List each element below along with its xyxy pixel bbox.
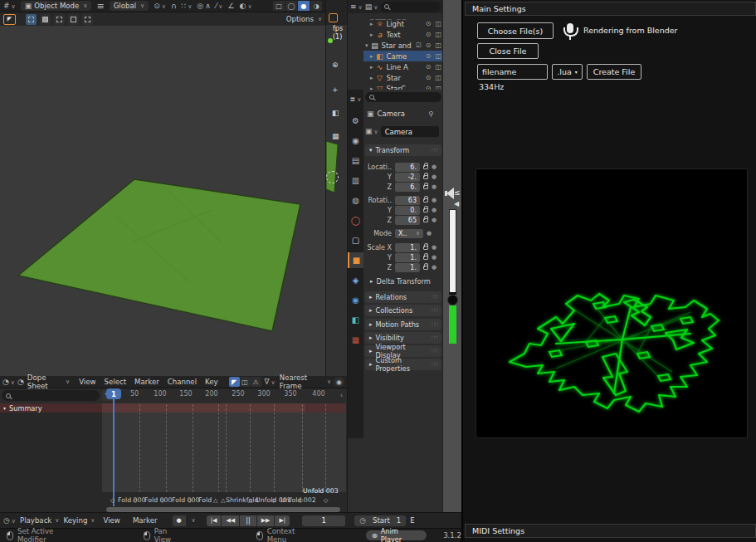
nav-camera-icon[interactable]: ◧ — [332, 110, 339, 117]
pin-icon[interactable]: ⚲ — [428, 110, 433, 118]
outliner-row-light[interactable]: ▸☼Light⊙◫ — [363, 18, 443, 29]
object-name-field[interactable]: Camera — [381, 126, 439, 137]
errors-toggle[interactable]: ⚠ — [251, 377, 261, 387]
menu-view[interactable]: View — [99, 516, 124, 525]
playhead-line[interactable] — [113, 399, 115, 506]
tab-render-icon[interactable]: ◉ — [348, 133, 363, 149]
nav-zoom-icon[interactable]: ⊕ — [332, 61, 339, 69]
menu-key[interactable]: Key — [201, 378, 222, 386]
close-file-button[interactable]: Close File — [477, 43, 539, 59]
visibility-panel[interactable]: ▸Visibility∷∷ — [365, 332, 441, 344]
camera-visibility-icon[interactable]: ◫ — [435, 52, 441, 60]
camera-data-icon[interactable]: ▣∨ — [365, 128, 378, 135]
marker-diamond[interactable]: ◇ — [160, 497, 164, 504]
proportional-toggle[interactable]: ◉ — [334, 377, 344, 387]
marker-label[interactable]: Fold 000 — [144, 496, 172, 504]
rotation-x-field[interactable]: 63 — [395, 196, 420, 205]
animate-dot-icon[interactable]: ● — [432, 244, 437, 251]
choose-files-button[interactable]: Choose File(s) — [477, 22, 554, 39]
tab-tool-icon[interactable]: ⚙ — [348, 113, 363, 129]
jump-to-end-button[interactable]: ▶| — [275, 515, 290, 526]
channel-search-input[interactable] — [2, 390, 100, 401]
animate-dot-icon[interactable]: ● — [432, 183, 437, 190]
hide-channels-toggle[interactable]: ◫ — [240, 377, 251, 387]
tab-physics-icon[interactable]: ◉ — [348, 292, 363, 308]
camera-visibility-icon[interactable]: ◫ — [435, 42, 441, 49]
tab-scene-icon[interactable]: ◍ — [348, 193, 363, 208]
filename-input[interactable]: filename — [477, 64, 548, 80]
marker-label[interactable]: Fold — [198, 496, 212, 504]
outliner-row-linea[interactable]: ▸∿Line A⊙◫ — [363, 61, 443, 72]
tab-collection-icon[interactable]: ▢ — [348, 232, 363, 248]
tab-world-icon[interactable]: ◯ — [348, 212, 363, 228]
collections-panel[interactable]: ▸Collections∷∷ — [365, 305, 441, 316]
animate-dot-icon[interactable]: ● — [432, 207, 437, 213]
prev-keyframe-button[interactable]: ◀◀ — [222, 515, 239, 526]
shading-solid-button[interactable]: ● — [298, 1, 310, 11]
delta-transform-panel[interactable]: ▸Delta Transform — [370, 277, 431, 286]
collapse-left-icon[interactable]: ◀ — [454, 200, 459, 208]
viewport-3d[interactable] — [0, 26, 325, 376]
menu-marker[interactable]: Marker — [130, 378, 163, 386]
auto-keying-record-button[interactable]: ● — [173, 515, 186, 526]
editor-type-view3d-icon[interactable]: #∨ — [3, 2, 16, 10]
volume-slider-track[interactable] — [449, 209, 456, 294]
marker-diamond[interactable]: ◇ — [324, 497, 328, 504]
pause-button[interactable]: || — [240, 515, 256, 526]
marker-label[interactable]: Fold 000 — [172, 496, 199, 504]
menu-channel[interactable]: Channel — [163, 378, 201, 386]
shading-solid-off-button[interactable]: ◯ — [285, 1, 297, 11]
tab-object-icon-selected[interactable]: ■ — [348, 252, 363, 268]
menu-select[interactable]: Select — [100, 378, 131, 386]
marker-diamond[interactable]: ◇ — [299, 497, 303, 504]
frame-end-field-clipped[interactable]: E — [410, 516, 414, 525]
properties-search-input[interactable] — [365, 92, 441, 102]
nav-move-icon[interactable]: + — [332, 86, 339, 94]
marker-diamond[interactable]: ◇ — [133, 497, 137, 504]
next-keyframe-button[interactable]: ▶▶ — [257, 515, 275, 526]
outliner-row-star[interactable]: ▸▽Star⊙◫ — [363, 72, 443, 83]
current-frame-badge[interactable]: 1 — [106, 388, 121, 399]
measure-icon[interactable]: ∠ — [227, 2, 234, 10]
dope-mode-dropdown[interactable]: Dope Sheet∨ — [27, 374, 70, 390]
select-box-intersect[interactable] — [82, 14, 93, 25]
jump-to-start-button[interactable]: |◀ — [207, 515, 222, 526]
secondary-viewport-strip[interactable]: fps (1) ⊕ + ◧ ▦ — [325, 0, 347, 376]
dope-channel-area[interactable]: ▾Summary — [0, 403, 347, 492]
strip-tool-icon[interactable] — [329, 13, 338, 22]
ruler-collapse-icon[interactable]: ‹ — [340, 392, 343, 399]
scale-y-field[interactable]: 1. — [395, 253, 420, 262]
marker-diamond[interactable]: ◇ — [271, 497, 276, 504]
current-frame-field[interactable]: 1 — [302, 515, 345, 526]
checkbox-icon[interactable]: ☑ — [416, 42, 422, 49]
marker-label[interactable]: Fold 000 — [118, 496, 145, 504]
close-icon[interactable]: ⊗ — [372, 531, 378, 540]
outliner-row-text[interactable]: ▸aText⊙◫ — [363, 29, 443, 40]
tab-viewlayer-icon[interactable]: ▥ — [348, 173, 363, 188]
editor-type-timeline-icon[interactable]: ◷∨ — [3, 517, 16, 525]
lock-icon[interactable] — [423, 198, 428, 203]
marker-label-unfold003[interactable]: Unfold 003 — [303, 487, 339, 495]
snap-magnet-icon[interactable]: ∩ — [171, 2, 177, 10]
tab-object-data-icon[interactable]: ◧ — [348, 312, 363, 328]
location-y-field[interactable]: -2. — [395, 173, 420, 182]
tab-modifiers-icon[interactable]: ◈ — [348, 272, 363, 288]
mode-dropdown[interactable]: ▣Object Mode∨ — [21, 1, 92, 11]
snap-target-dropdown[interactable]: ∷∨ — [181, 2, 192, 10]
tab-texture-icon[interactable]: ▦ — [348, 332, 363, 348]
animate-dot-icon[interactable]: ● — [432, 197, 437, 203]
extension-dropdown[interactable]: .lua▾ — [552, 64, 583, 80]
keying-menu[interactable]: Keying∨ — [63, 516, 95, 525]
animate-dot-icon[interactable]: ● — [432, 217, 437, 223]
annotate-dropdown[interactable]: ⁄∨ — [216, 2, 223, 10]
rotation-y-field[interactable]: 0. — [395, 206, 420, 215]
select-box-tool[interactable] — [26, 14, 37, 25]
anim-player-badge[interactable]: ⊗Anim Player — [366, 530, 427, 540]
pivot-dropdown[interactable]: ⊙∨ — [154, 2, 166, 10]
shading-material-button[interactable]: ◑ — [310, 1, 322, 11]
scale-x-field[interactable]: 1. — [395, 243, 420, 252]
location-z-field[interactable]: 6. — [395, 183, 420, 192]
select-box-new[interactable] — [40, 14, 51, 25]
scale-z-field[interactable]: 1. — [395, 263, 420, 272]
camera-visibility-icon[interactable]: ◫ — [435, 20, 441, 27]
